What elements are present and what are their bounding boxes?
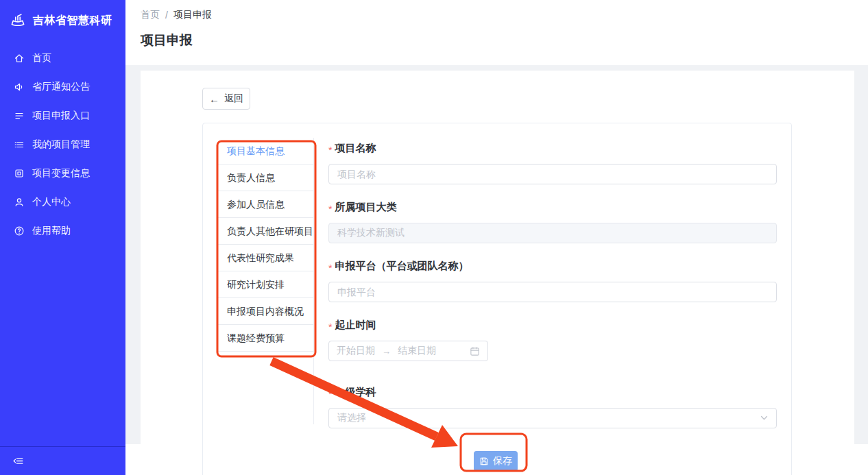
app-root: 吉林省智慧科研 首页 省厅通知公告	[0, 0, 868, 475]
sidebar-item-label: 省厅通知公告	[32, 81, 90, 93]
sidebar-item-announcements[interactable]: 省厅通知公告	[0, 73, 125, 101]
field-project-category: * 所属项目大类	[328, 201, 777, 243]
discipline-select[interactable]: 请选择	[328, 408, 777, 428]
save-button[interactable]: 保存	[474, 451, 518, 472]
date-range-picker[interactable]: 开始日期 → 结束日期	[328, 341, 488, 361]
sidebar-item-label: 项目变更信息	[32, 167, 90, 180]
sidebar-item-my-projects[interactable]: 我的项目管理	[0, 130, 125, 159]
field-label: * 所属项目大类	[328, 201, 777, 214]
app-logo: 吉林省智慧科研	[0, 0, 125, 29]
project-name-input[interactable]	[328, 164, 777, 184]
main-area: 首页 / 项目申报 项目申报 ← 返回 项目基本信息 负责人信息 参加人员信息 …	[125, 0, 868, 475]
breadcrumb-separator: /	[165, 10, 168, 21]
tab-leader-other-projects[interactable]: 负责人其他在研项目	[218, 218, 313, 245]
sidebar-item-project-change[interactable]: 项目变更信息	[0, 159, 125, 188]
required-marker: *	[328, 321, 332, 332]
tab-budget[interactable]: 课题经费预算	[218, 325, 313, 352]
field-project-name: * 项目名称	[328, 142, 777, 184]
announcement-icon	[14, 82, 25, 93]
sidebar-item-label: 个人中心	[32, 196, 71, 208]
field-platform: * 申报平台（平台或团队名称）	[328, 260, 777, 302]
sidebar-item-label: 首页	[32, 52, 51, 64]
end-date-placeholder: 结束日期	[398, 345, 436, 357]
project-category-input	[328, 223, 777, 243]
field-label-text: 一级学科	[335, 386, 376, 399]
field-label: * 起止时间	[328, 319, 777, 332]
form-tab-nav: 项目基本信息 负责人信息 参加人员信息 负责人其他在研项目 代表性研究成果 研究…	[218, 138, 314, 424]
save-button-label: 保存	[493, 455, 512, 467]
range-separator-icon: →	[382, 346, 391, 356]
save-icon	[479, 456, 489, 466]
tab-research-plan[interactable]: 研究计划安排	[218, 271, 313, 298]
required-marker: *	[328, 145, 332, 156]
sidebar-item-home[interactable]: 首页	[0, 44, 125, 73]
start-date-placeholder: 开始日期	[337, 345, 375, 357]
sidebar-menu: 首页 省厅通知公告 项目申报入口	[0, 44, 125, 245]
field-duration: * 起止时间 开始日期 → 结束日期	[328, 319, 777, 361]
user-icon	[14, 197, 25, 208]
field-label-text: 所属项目大类	[335, 201, 396, 214]
field-label-text: 项目名称	[335, 142, 376, 155]
page-title: 项目申报	[141, 32, 868, 49]
sidebar-item-label: 使用帮助	[32, 225, 71, 237]
page-header: 首页 / 项目申报 项目申报	[125, 0, 868, 49]
help-icon	[14, 226, 25, 236]
content-panel: ← 返回 项目基本信息 负责人信息 参加人员信息 负责人其他在研项目 代表性研究…	[141, 71, 854, 475]
back-button[interactable]: ← 返回	[202, 88, 250, 110]
sidebar-item-profile[interactable]: 个人中心	[0, 188, 125, 217]
field-label: * 项目名称	[328, 142, 777, 155]
breadcrumb: 首页 / 项目申报	[141, 9, 868, 21]
field-label: * 申报平台（平台或团队名称）	[328, 260, 777, 273]
my-projects-icon	[14, 139, 25, 150]
sidebar-item-apply-entry[interactable]: 项目申报入口	[0, 101, 125, 130]
required-marker: *	[328, 204, 332, 215]
tab-participants-info[interactable]: 参加人员信息	[218, 191, 313, 218]
app-logo-icon	[9, 12, 27, 29]
platform-input[interactable]	[328, 282, 777, 302]
form-card: 项目基本信息 负责人信息 参加人员信息 负责人其他在研项目 代表性研究成果 研究…	[202, 123, 792, 475]
breadcrumb-current: 项目申报	[173, 9, 212, 21]
calendar-icon	[470, 346, 480, 356]
field-discipline: * 一级学科 请选择	[328, 386, 777, 428]
apply-entry-icon	[14, 110, 25, 121]
field-label-text: 起止时间	[335, 319, 376, 332]
app-logo-text: 吉林省智慧科研	[33, 14, 112, 28]
home-icon	[14, 53, 25, 64]
select-placeholder: 请选择	[337, 412, 366, 424]
back-button-label: 返回	[224, 93, 243, 105]
required-marker: *	[328, 263, 332, 273]
tab-leader-info[interactable]: 负责人信息	[218, 165, 313, 191]
tab-project-overview[interactable]: 申报项目内容概况	[218, 298, 313, 325]
collapse-menu-icon	[12, 455, 24, 467]
required-marker: *	[328, 389, 332, 400]
chevron-down-icon	[760, 415, 768, 421]
breadcrumb-home[interactable]: 首页	[141, 9, 160, 21]
sidebar-collapse-toggle[interactable]	[0, 446, 125, 475]
sidebar-item-label: 我的项目管理	[32, 138, 90, 151]
field-label: * 一级学科	[328, 386, 777, 399]
form-actions: 保存	[328, 451, 777, 472]
project-change-icon	[14, 168, 25, 179]
tab-basic-info[interactable]: 项目基本信息	[218, 138, 313, 165]
back-arrow-icon: ←	[209, 94, 219, 104]
tab-representative-achievements[interactable]: 代表性研究成果	[218, 245, 313, 271]
sidebar-item-help[interactable]: 使用帮助	[0, 217, 125, 245]
field-label-text: 申报平台（平台或团队名称）	[335, 260, 468, 273]
sidebar-item-label: 项目申报入口	[32, 110, 90, 122]
project-form: * 项目名称 * 所属项目大类 *	[328, 142, 777, 472]
sidebar: 吉林省智慧科研 首页 省厅通知公告	[0, 0, 125, 475]
